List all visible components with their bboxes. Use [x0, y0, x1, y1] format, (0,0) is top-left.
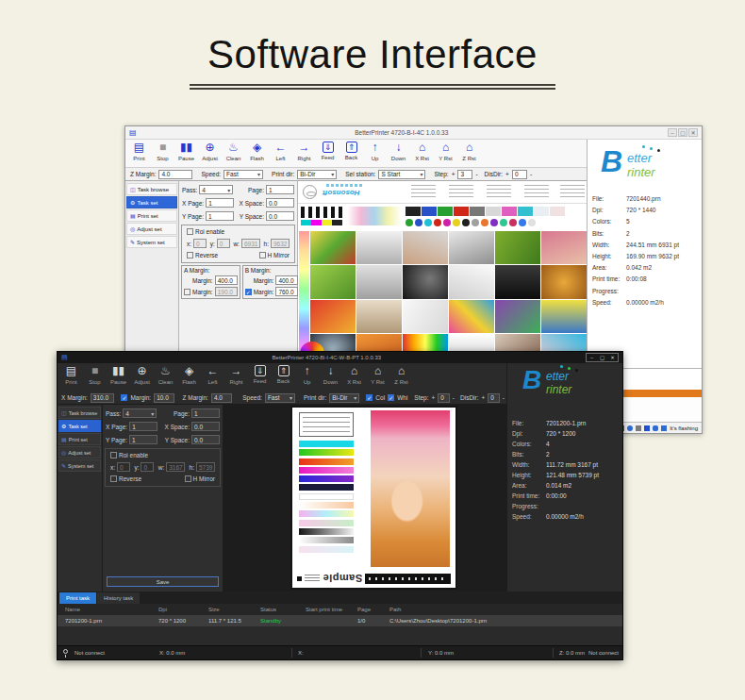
toolbar-button[interactable]: ■ Stop [151, 140, 174, 167]
sidebar-item[interactable]: ▤ Print set [126, 209, 177, 222]
disdir-input[interactable]: 0 [512, 170, 527, 179]
disdir-plus[interactable]: + [482, 394, 486, 401]
maximize-button[interactable]: ▢ [678, 128, 687, 137]
toolbar-button[interactable]: ↓ Down [319, 363, 342, 392]
table-cell[interactable]: C:\Users\Zhou\Desktop\7201200-1.prn [389, 618, 622, 624]
b-margin2-input[interactable]: 760.0 [275, 287, 298, 296]
toolbar-button[interactable]: ⇓ Feed [248, 363, 272, 392]
toolbar-button[interactable]: ▤ Print [59, 363, 83, 392]
h-mirror-checkbox[interactable] [185, 475, 191, 482]
reverse-checkbox[interactable] [110, 475, 117, 482]
toolbar-button[interactable]: ⌂ X Rst [410, 140, 434, 167]
disdir-minus[interactable]: - [530, 171, 532, 177]
toolbar-button[interactable]: ↑ Up [295, 363, 319, 392]
a-margin2-checkbox[interactable] [184, 289, 190, 295]
page-input[interactable]: 1 [191, 408, 220, 418]
print-dir-select[interactable]: Bi-Dir [329, 393, 359, 403]
step-plus[interactable]: + [452, 171, 455, 177]
sidebar-item[interactable]: ◎ Adjust set [126, 223, 177, 235]
toolbar-button[interactable]: ▮▮ Pause [174, 140, 198, 167]
toolbar-button[interactable]: ← Left [201, 363, 224, 392]
status-mini-icon[interactable] [644, 425, 650, 431]
h-mirror-checkbox[interactable] [259, 252, 266, 258]
roi-h-input[interactable]: 9632 [271, 239, 290, 248]
toolbar-button[interactable]: ■ Stop [83, 363, 107, 392]
x-page-input[interactable]: 1 [206, 198, 234, 208]
save-button[interactable]: Save [107, 576, 219, 587]
margin-input[interactable]: 10.0 [154, 393, 174, 403]
close-button[interactable]: ✕ [688, 128, 698, 137]
toolbar-button[interactable]: ⇑ Back [272, 363, 295, 392]
toolbar-button[interactable]: ⇓ Feed [316, 140, 339, 167]
minimize-button[interactable]: – [668, 128, 677, 137]
z-margin-input[interactable]: 4.0 [158, 170, 192, 179]
table-cell[interactable]: Standby [260, 618, 306, 624]
a-margin2-input[interactable]: 190.0 [215, 287, 238, 296]
sidebar-item[interactable]: ◎ Adjust set [58, 446, 101, 458]
toolbar-button[interactable]: → Right [292, 140, 316, 167]
status-mini-icon[interactable] [661, 425, 667, 431]
page-input[interactable]: 1 [266, 185, 294, 194]
print-dir-select[interactable]: Bi-Dir [297, 170, 337, 179]
table-cell[interactable]: 7201200-1.prn [65, 618, 158, 624]
toolbar-button[interactable]: ↓ Down [387, 140, 410, 167]
disdir-minus[interactable]: - [503, 394, 505, 401]
roi-h-input[interactable]: 5739 [196, 462, 215, 472]
toolbar-button[interactable]: ⌂ Y Rst [366, 363, 389, 392]
sidebar-item[interactable]: ✎ System set [58, 459, 101, 472]
whi-checkbox[interactable] [388, 394, 394, 401]
toolbar-button[interactable]: ← Left [269, 140, 292, 167]
roi-y-input[interactable]: 0 [217, 239, 230, 248]
table-cell[interactable]: 1/0 [357, 618, 389, 624]
sidebar-item[interactable]: ⚙ Task set [58, 420, 101, 432]
print-preview-canvas[interactable]: Hosonsoft [298, 181, 588, 368]
y-page-input[interactable]: 1 [206, 211, 234, 221]
titlebar[interactable]: ▤ BetterPrinter 4720-B-I-4C 1.0.0.33 – ▢… [125, 126, 702, 140]
step-plus[interactable]: + [432, 394, 436, 401]
table-cell[interactable]: 720 * 1200 [158, 618, 208, 624]
close-button[interactable]: ✕ [607, 354, 618, 361]
maximize-button[interactable]: ▢ [597, 354, 607, 361]
toolbar-button[interactable]: ↑ Up [363, 140, 387, 167]
step-minus[interactable]: - [475, 171, 477, 177]
sidebar-item[interactable]: ▤ Print set [58, 433, 101, 445]
x-space-input[interactable]: 0.0 [266, 198, 294, 208]
roi-enable-checkbox[interactable] [110, 452, 117, 458]
toolbar-button[interactable]: ◈ Flash [245, 140, 269, 167]
task-tab[interactable]: History task [97, 592, 140, 604]
titlebar[interactable]: ▤ BetterPrinter 4720-8I-I-4C-W-B-PT 1.0.… [58, 352, 622, 363]
speed-select[interactable]: Fast [265, 393, 295, 403]
pass-select[interactable]: 4 [123, 408, 157, 418]
z-margin-input[interactable]: 4.0 [211, 393, 232, 403]
x-margin-input[interactable]: 310.0 [91, 393, 115, 403]
sidebar-item[interactable]: ◫ Task browse [126, 183, 177, 195]
task-tab[interactable]: Print task [59, 592, 96, 604]
x-page-input[interactable]: 1 [129, 422, 157, 431]
toolbar-button[interactable]: ⊕ Adjust [130, 363, 154, 392]
speed-select[interactable]: Fast [224, 170, 263, 179]
step-input[interactable]: 3 [457, 170, 472, 179]
roi-y-input[interactable]: 0 [141, 462, 154, 472]
toolbar-button[interactable]: ◈ Flash [177, 363, 201, 392]
toolbar-button[interactable]: ▮▮ Pause [107, 363, 130, 392]
toolbar-button[interactable]: ⊕ Adjust [198, 140, 222, 167]
toolbar-button[interactable]: ⇑ Back [339, 140, 363, 167]
disdir-input[interactable]: 0 [488, 393, 500, 403]
print-preview-canvas[interactable]: Sample [224, 405, 508, 592]
roi-x-input[interactable]: 0 [193, 239, 207, 248]
status-mini-icon[interactable] [627, 425, 633, 431]
margin-checkbox[interactable] [121, 394, 127, 401]
roi-w-input[interactable]: 3167 [166, 462, 185, 472]
reverse-checkbox[interactable] [187, 252, 193, 258]
table-cell[interactable]: 111.7 * 121.5 [208, 618, 260, 624]
y-page-input[interactable]: 1 [129, 435, 157, 444]
toolbar-button[interactable]: ♨ Clean [154, 363, 177, 392]
status-mini-icon[interactable] [653, 425, 658, 431]
sidebar-item[interactable]: ✎ System set [126, 236, 177, 248]
toolbar-button[interactable]: ⌂ Z Rst [457, 140, 481, 167]
b-margin2-checkbox[interactable] [245, 289, 252, 295]
b-margin1-input[interactable]: 400.0 [275, 275, 298, 285]
sidebar-item[interactable]: ◫ Task browse [58, 407, 101, 419]
toolbar-button[interactable]: → Right [224, 363, 248, 392]
sidebar-item[interactable]: ⚙ Task set [126, 196, 177, 208]
